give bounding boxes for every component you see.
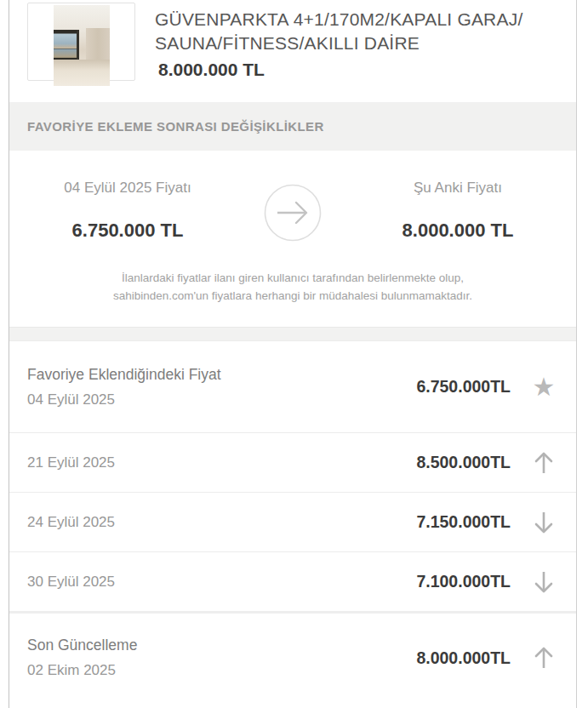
price-history-row: 24 Eylül 2025 7.150.000TL	[9, 492, 576, 551]
history-row-date: 30 Eylül 2025	[27, 574, 115, 591]
price-comparison: 04 Eylül 2025 Fiyatı 6.750.000 TL Şu Ank…	[9, 151, 576, 242]
history-row-price: 7.150.000TL	[416, 512, 511, 532]
disclaimer-line1: İlanlardaki fiyatlar ilanı giren kullanı…	[122, 271, 464, 284]
apartment-photo	[54, 5, 110, 86]
price-history-row: Favoriye Eklendiğindeki Fiyat 04 Eylül 2…	[9, 341, 576, 432]
star-icon: ★	[529, 374, 558, 400]
price-history-row: Son Güncelleme 02 Ekim 2025 8.000.000TL	[9, 611, 576, 702]
history-row-label: Favoriye Eklendiğindeki Fiyat	[27, 366, 221, 384]
price-history-panel: GÜVENPARKTA 4+1/170M2/KAPALI GARAJ/ SAUN…	[9, 0, 577, 708]
price-history-row: 30 Eylül 2025 7.100.000TL	[9, 551, 576, 611]
arrow-down-icon	[529, 511, 558, 534]
old-price-label: 04 Eylül 2025 Fiyatı	[9, 180, 246, 197]
listing-title-line2: SAUNA/FİTNESS/AKILLI DAİRE	[155, 33, 420, 53]
listing-info: GÜVENPARKTA 4+1/170M2/KAPALI GARAJ/ SAUN…	[135, 0, 534, 102]
history-row-date: 04 Eylül 2025	[27, 391, 221, 408]
current-price-column: Şu Anki Fiyatı 8.000.000 TL	[340, 180, 576, 242]
arrow-up-icon	[529, 646, 558, 670]
history-row-price: 8.000.000TL	[416, 648, 511, 668]
price-history-list: Favoriye Eklendiğindeki Fiyat 04 Eylül 2…	[9, 341, 576, 702]
history-row-price: 8.500.000TL	[416, 453, 511, 472]
history-row-label: Son Güncelleme	[27, 637, 137, 654]
arrow-right-circle-icon	[246, 180, 340, 242]
section-header: FAVORİYE EKLEME SONRASI DEĞİŞİKLİKLER	[9, 102, 576, 151]
price-history-row: 21 Eylül 2025 8.500.000TL	[9, 432, 576, 492]
arrow-down-icon	[529, 570, 558, 594]
listing-price: 8.000.000 TL	[155, 60, 522, 80]
arrow-up-icon	[529, 451, 558, 475]
history-row-price: 6.750.000TL	[416, 377, 511, 397]
listing-header: GÜVENPARKTA 4+1/170M2/KAPALI GARAJ/ SAUN…	[9, 0, 576, 102]
listing-thumbnail[interactable]	[27, 3, 135, 81]
price-disclaimer: İlanlardaki fiyatlar ilanı giren kullanı…	[9, 269, 576, 327]
section-divider	[9, 327, 576, 341]
listing-title[interactable]: GÜVENPARKTA 4+1/170M2/KAPALI GARAJ/ SAUN…	[155, 8, 522, 55]
current-price-value: 8.000.000 TL	[340, 220, 576, 242]
old-price-column: 04 Eylül 2025 Fiyatı 6.750.000 TL	[9, 180, 246, 242]
history-row-price: 7.100.000TL	[416, 572, 511, 591]
listing-title-line1: GÜVENPARKTA 4+1/170M2/KAPALI GARAJ/	[155, 9, 522, 29]
current-price-label: Şu Anki Fiyatı	[340, 180, 576, 197]
history-row-date: 21 Eylül 2025	[27, 454, 115, 471]
history-row-date: 24 Eylül 2025	[27, 514, 115, 531]
old-price-value: 6.750.000 TL	[9, 220, 246, 242]
history-row-date: 02 Ekim 2025	[27, 662, 137, 679]
disclaimer-line2: sahibinden.com'un fiyatlara herhangi bir…	[113, 289, 472, 302]
